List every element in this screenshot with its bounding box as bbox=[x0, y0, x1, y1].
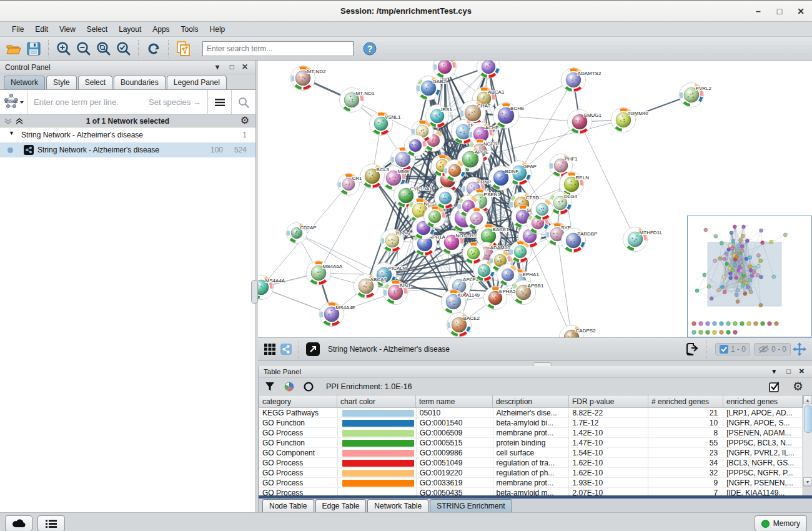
chart-color-cell[interactable] bbox=[338, 408, 417, 418]
table-cell[interactable]: 10 bbox=[648, 418, 723, 428]
table-settings-gear-icon[interactable]: ⚙ bbox=[793, 382, 803, 392]
table-row[interactable]: GO FunctionGO:0001540beta-amyloid bi...1… bbox=[259, 418, 803, 428]
tab-node-table[interactable]: Node Table bbox=[262, 499, 314, 512]
enrichment-donut-icon[interactable] bbox=[284, 381, 295, 392]
table-cell[interactable]: [NGFR, APOE, S... bbox=[723, 418, 803, 428]
tab-string-enrichment[interactable]: STRING Enrichment bbox=[430, 499, 512, 512]
scroll-down-arrow[interactable]: ▼ bbox=[803, 477, 812, 486]
tab-select[interactable]: Select bbox=[78, 76, 112, 89]
menu-tools[interactable]: Tools bbox=[176, 24, 204, 35]
table-cell[interactable]: GO:0001540 bbox=[417, 418, 493, 428]
table-cell[interactable]: membrane prot... bbox=[493, 478, 570, 488]
network-node[interactable]: VSNL1 bbox=[369, 111, 401, 137]
selected-counter[interactable]: 1 - 0 bbox=[715, 343, 750, 355]
column-header-enriched-genes[interactable]: enriched genes bbox=[723, 395, 803, 408]
table-cell[interactable]: GO Process bbox=[259, 468, 338, 478]
query-search-button[interactable] bbox=[231, 90, 255, 115]
chart-color-cell[interactable] bbox=[338, 438, 417, 448]
tab-network[interactable]: Network bbox=[4, 76, 45, 89]
table-cell[interactable]: [PPP5C, NGFR, P... bbox=[723, 468, 803, 478]
menu-view[interactable]: View bbox=[54, 24, 81, 35]
table-cell[interactable]: [NGFR, PSENEN,... bbox=[723, 478, 803, 488]
table-cell[interactable]: GO Process bbox=[259, 458, 338, 468]
open-in-string-button[interactable] bbox=[304, 340, 322, 358]
network-node[interactable]: MTHFD1L bbox=[622, 226, 663, 253]
table-cell[interactable]: GO:0051049 bbox=[417, 458, 493, 468]
set-species-label[interactable]: Set species → bbox=[149, 97, 201, 107]
menu-edit[interactable]: Edit bbox=[29, 24, 54, 35]
cloud-tasks-button[interactable] bbox=[5, 515, 32, 531]
table-cell[interactable]: 1.62E-10 bbox=[569, 458, 648, 468]
search-input[interactable] bbox=[202, 41, 354, 56]
table-cell[interactable]: regulation of tra... bbox=[493, 458, 570, 468]
table-cell[interactable]: 55 bbox=[648, 438, 723, 448]
table-cell[interactable]: 9 bbox=[648, 478, 723, 488]
table-cell[interactable]: 34 bbox=[648, 458, 723, 468]
network-node[interactable]: MT-ND1 bbox=[339, 87, 375, 114]
panel-menu-icon[interactable]: ▾ bbox=[772, 367, 776, 375]
table-cell[interactable]: 8 bbox=[648, 428, 723, 438]
column-header-category[interactable]: category bbox=[259, 395, 337, 408]
table-cell[interactable]: GO Process bbox=[259, 428, 338, 438]
network-node[interactable]: MS4A6A bbox=[305, 260, 343, 287]
table-row[interactable]: GO ProcessGO:0006509membrane prot...1.42… bbox=[259, 428, 803, 438]
network-row-selected[interactable]: String Network - Alzheimer's disease 100… bbox=[0, 142, 255, 157]
table-cell[interactable]: [LRP1, APOE, AD... bbox=[723, 408, 803, 418]
table-cell[interactable]: cell surface bbox=[493, 448, 570, 458]
close-panel-icon[interactable]: ✕ bbox=[799, 367, 805, 375]
save-session-button[interactable] bbox=[24, 39, 44, 59]
chart-color-cell[interactable] bbox=[338, 418, 417, 428]
gear-icon[interactable]: ⚙ bbox=[240, 116, 249, 126]
menu-apps[interactable]: Apps bbox=[147, 24, 175, 35]
table-cell[interactable]: protein binding bbox=[493, 438, 570, 448]
chart-color-cell[interactable] bbox=[338, 448, 417, 458]
network-node[interactable]: CADPS2 bbox=[558, 324, 597, 338]
open-session-button[interactable] bbox=[4, 39, 24, 59]
table-cell[interactable]: beta-amyloid bi... bbox=[493, 418, 570, 428]
table-cell[interactable]: 05010 bbox=[417, 408, 493, 418]
table-cell[interactable]: GO:0009986 bbox=[417, 448, 493, 458]
zoom-in-button[interactable] bbox=[54, 39, 74, 59]
network-node[interactable]: ADAMTS2 bbox=[560, 67, 602, 94]
minimize-button[interactable]: – bbox=[751, 4, 766, 18]
table-row[interactable]: GO ProcessGO:0051049regulation of tra...… bbox=[259, 458, 803, 468]
tab-boundaries[interactable]: Boundaries bbox=[114, 76, 166, 89]
table-cell[interactable]: GO:0019220 bbox=[417, 468, 493, 478]
tree-expand-icon[interactable]: ▼ bbox=[9, 130, 14, 136]
memory-button[interactable]: Memory bbox=[755, 515, 807, 531]
float-panel-icon[interactable]: □ bbox=[230, 62, 234, 71]
table-cell[interactable]: GO Process bbox=[259, 478, 338, 488]
scrollbar-thumb[interactable] bbox=[804, 405, 812, 433]
column-header-fdr-p-value[interactable]: FDR p-value bbox=[569, 395, 648, 408]
close-button[interactable]: ✕ bbox=[793, 4, 808, 18]
network-node[interactable]: TARDBP bbox=[560, 227, 598, 254]
network-node[interactable] bbox=[432, 61, 458, 80]
tab-edge-table[interactable]: Edge Table bbox=[315, 499, 367, 512]
table-cell[interactable]: GO:0033619 bbox=[417, 478, 493, 488]
network-node[interactable]: BACE2 bbox=[446, 312, 480, 338]
select-all-checkbox-icon[interactable] bbox=[769, 381, 780, 392]
table-cell[interactable]: GO Function bbox=[259, 418, 338, 428]
table-cell[interactable]: 1.47E-10 bbox=[569, 438, 648, 448]
network-canvas[interactable]: MT-ND2MT-ND1VSNL1GAB2IRS1ABCA1CHATBCHETN… bbox=[258, 61, 812, 337]
tab-legend-panel[interactable]: Legend Panel bbox=[167, 76, 227, 89]
birds-eye-view[interactable] bbox=[687, 216, 812, 337]
table-row[interactable]: GO ProcessGO:0033619membrane prot...1.93… bbox=[259, 478, 803, 488]
close-panel-icon[interactable]: ✕ bbox=[242, 62, 248, 71]
scroll-up-arrow[interactable]: ▲ bbox=[803, 395, 812, 404]
help-button[interactable]: ? bbox=[360, 39, 380, 59]
column-header-term-name[interactable]: term name bbox=[416, 395, 493, 408]
network-node[interactable]: TOMM40 bbox=[610, 107, 649, 134]
panel-menu-icon[interactable]: ▾ bbox=[215, 62, 219, 71]
table-cell[interactable]: membrane prot... bbox=[493, 428, 570, 438]
tab-style[interactable]: Style bbox=[46, 76, 77, 89]
table-cell[interactable]: 23 bbox=[648, 448, 723, 458]
network-node[interactable]: PVRL2 bbox=[678, 82, 712, 109]
task-history-button[interactable] bbox=[37, 515, 65, 531]
grid-view-button[interactable] bbox=[262, 341, 278, 357]
table-cell[interactable]: GO Function bbox=[259, 438, 338, 448]
table-cell[interactable]: [NGFR, PVRL2, IL... bbox=[723, 448, 803, 458]
table-cell[interactable]: 32 bbox=[648, 468, 723, 478]
table-cell[interactable]: 1.42E-10 bbox=[569, 428, 648, 438]
zoom-out-button[interactable] bbox=[74, 39, 94, 59]
